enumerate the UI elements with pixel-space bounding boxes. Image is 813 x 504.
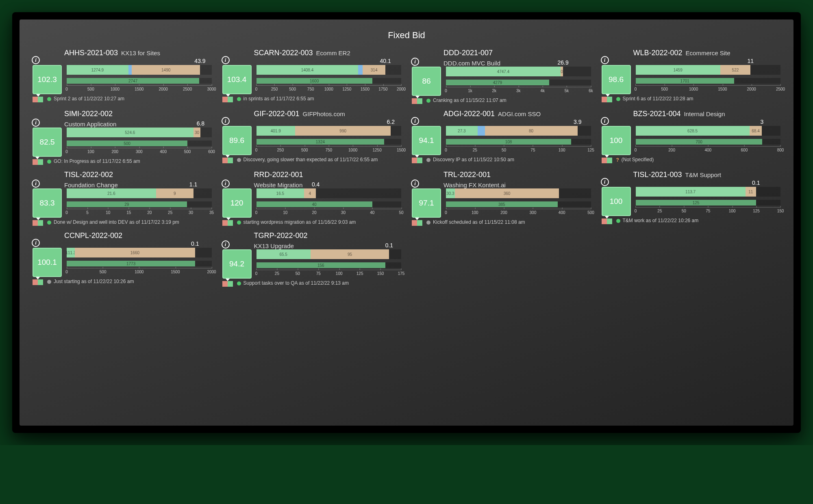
bar-segment: 125 xyxy=(636,200,756,205)
axis-tick: 5 xyxy=(86,209,89,215)
project-name: ADGI.com SSO xyxy=(498,110,541,117)
status-text: ?(Not Specified) xyxy=(616,157,654,164)
project-card: SIMI-2022-002Custom Applicationi82.56.85… xyxy=(31,109,213,166)
info-icon[interactable]: i xyxy=(601,56,609,64)
gauge-box: 100.1 xyxy=(33,248,62,277)
axis-tick: 0 xyxy=(255,209,258,215)
axis-tick: 500 xyxy=(587,209,594,215)
axis-tick: 600 xyxy=(208,148,215,154)
axis-tick: 250 xyxy=(277,147,284,152)
status-text: Sprint 6 as of 11/22/22 10:28 am xyxy=(616,96,693,102)
caret-icon xyxy=(606,94,610,97)
progress-bar: 113.711 xyxy=(636,187,781,197)
status-dot xyxy=(237,281,241,286)
bar-segment xyxy=(358,65,363,75)
axis-tick: 6k xyxy=(589,87,593,93)
axis-tick: 0 xyxy=(255,270,258,276)
axis-tick: 1500 xyxy=(397,147,406,152)
bars-area: 3.927.3801080255075100125 xyxy=(446,126,591,155)
bar-segment: 100 xyxy=(561,67,563,76)
project-name: Website Migration xyxy=(254,182,402,188)
project-name: Ecomm ER2 xyxy=(316,50,350,56)
info-icon[interactable]: i xyxy=(32,119,40,127)
project-code: WLB-2022-002 xyxy=(633,49,683,57)
status-text: starting wordpress migration as of 11/16… xyxy=(237,219,356,226)
axis-tick: 300 xyxy=(136,148,143,154)
bar-segment: 4 xyxy=(304,188,316,198)
status-label: T&M work as of 11/22/22 10:26 am xyxy=(623,218,699,224)
bar-segment: 1701 xyxy=(636,78,734,84)
axis-tick: 50 xyxy=(296,270,300,276)
bars-area: 0.1111.3166017730500100015002000 xyxy=(67,248,212,277)
bar-segment: 1490 xyxy=(132,65,200,75)
info-icon[interactable]: i xyxy=(32,239,40,247)
project-card: BZS-2021-004Internal Designi1003628.568.… xyxy=(600,109,783,166)
info-icon[interactable]: i xyxy=(411,117,419,125)
bar-segment: 385 xyxy=(446,201,558,207)
card-footer: Sprint 2 as of 11/22/22 10:27 am xyxy=(33,96,212,102)
status-text: Kickoff scheduled as of 11/15/22 11:08 a… xyxy=(426,219,525,226)
status-text: in sprints as of 11/17/22 6:55 am xyxy=(237,96,314,102)
info-icon[interactable]: i xyxy=(222,56,230,64)
axis-tick: 1500 xyxy=(171,268,180,274)
axis-tick: 25 xyxy=(473,147,477,152)
status-text: T&M work as of 11/22/22 10:26 am xyxy=(616,218,699,224)
project-code: TISL-2022-002 xyxy=(64,171,113,179)
axis-tick: 1000 xyxy=(111,86,120,91)
status-text: Support tasks over to QA as of 11/22/22 … xyxy=(237,280,349,287)
bars-area: 0.416.544001020304050 xyxy=(257,188,402,218)
caret-icon xyxy=(605,216,609,218)
project-code: TGRP-2022-002 xyxy=(254,231,308,240)
progress-bar: 65.595 xyxy=(257,249,402,259)
project-code: DDD-2021-007 xyxy=(443,49,493,57)
axis: 0100200300400500 xyxy=(446,209,591,216)
caret-icon xyxy=(415,96,420,98)
page-title: Fixed Bid xyxy=(31,30,782,41)
budget-bar: 500 xyxy=(67,141,212,146)
info-icon[interactable]: i xyxy=(601,178,609,186)
card-body: i100.10.1111.3166017730500100015002000 xyxy=(33,248,212,277)
status-dot xyxy=(47,280,51,284)
status-label: GO: In Progress as of 11/17/22 6:55 am xyxy=(54,158,140,165)
card-footer: Sprint 6 as of 11/22/22 10:28 am xyxy=(602,96,781,102)
axis-tick: 100 xyxy=(472,209,478,215)
budget-bar: 29 xyxy=(67,201,212,207)
health-indicator xyxy=(602,97,612,102)
axis-tick: 300 xyxy=(530,209,537,215)
axis-tick: 100 xyxy=(336,270,343,276)
info-icon[interactable]: i xyxy=(222,180,230,188)
axis-tick: 35 xyxy=(209,209,214,215)
axis-tick: 1750 xyxy=(378,86,387,91)
info-icon[interactable]: i xyxy=(32,180,40,188)
axis-tick: 25 xyxy=(657,208,662,213)
delta-label: 43.9 xyxy=(194,58,205,64)
axis-tick: 250 xyxy=(271,86,278,91)
delta-label: 0.4 xyxy=(312,181,320,188)
card-body: i1003628.568.47000200400600800 xyxy=(602,126,781,155)
status-label: Sprint 2 as of 11/22/22 10:27 am xyxy=(54,96,124,102)
info-icon[interactable]: i xyxy=(32,56,40,64)
budget-bar: 108 xyxy=(446,139,591,145)
axis-tick: 500 xyxy=(661,86,668,91)
status-label: Sprint 6 as of 11/22/22 10:28 am xyxy=(623,96,693,102)
axis-tick: 2500 xyxy=(183,86,192,91)
delta-label: 3 xyxy=(760,119,763,125)
axis-tick: 50 xyxy=(502,147,506,152)
bar-segment: 1408.4 xyxy=(257,65,359,75)
axis-tick: 15 xyxy=(126,209,131,215)
info-icon[interactable]: i xyxy=(411,180,419,188)
info-icon[interactable]: i xyxy=(601,117,609,125)
info-icon[interactable]: i xyxy=(222,240,230,249)
budget-bar: 1773 xyxy=(67,261,212,266)
axis: 01k2k3k4k5k6k xyxy=(446,87,591,94)
card-header: SIMI-2022-002Custom Application xyxy=(64,110,212,128)
axis-tick: 3k xyxy=(516,87,521,93)
axis-tick: 50 xyxy=(399,209,403,215)
info-icon[interactable]: i xyxy=(411,58,419,66)
card-header: CCNPL-2022-002 xyxy=(64,231,212,248)
delta-label: 6.2 xyxy=(387,119,395,125)
project-code: SIMI-2022-002 xyxy=(64,110,113,118)
info-icon[interactable]: i xyxy=(222,117,230,125)
card-footer: Just starting as of 11/22/22 10:26 am xyxy=(33,279,212,285)
progress-bar: 1274.91490 xyxy=(67,65,212,75)
